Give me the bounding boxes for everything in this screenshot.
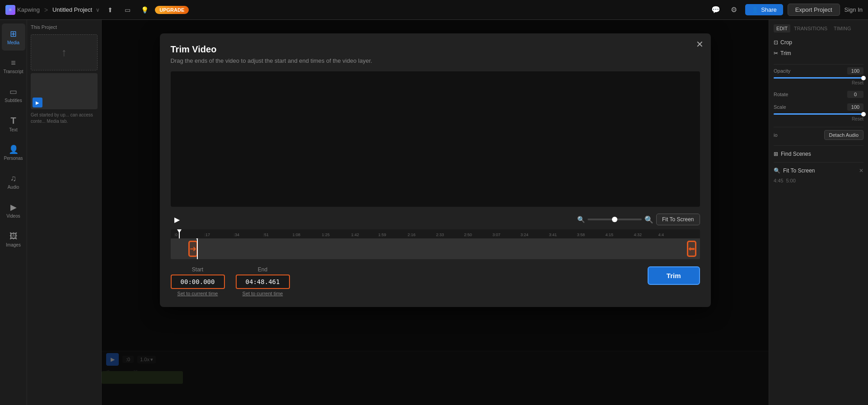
reset-label-opacity[interactable]: Reset (852, 80, 863, 85)
zoom-slider[interactable] (588, 219, 642, 220)
reset-label-scale[interactable]: Reset (852, 116, 863, 121)
start-label: Start (192, 266, 203, 273)
divider-3 (774, 145, 863, 146)
nav-separator: > (44, 6, 48, 14)
lightbulb-button[interactable]: 💡 (138, 3, 151, 17)
trim-left-arrow-icon: ➜ (190, 244, 196, 254)
trim-label: Trim (780, 50, 791, 56)
kapwing-logo-icon: ≡ (5, 5, 15, 15)
fit-to-screen-button[interactable]: Fit To Screen (656, 214, 700, 225)
find-scenes-icon: ⊞ (774, 151, 778, 157)
ruler-tick-17: :17 (205, 233, 210, 237)
signin-button[interactable]: Sign In (845, 6, 863, 13)
tab-timing[interactable]: TIMING (831, 24, 854, 33)
detach-audio-button[interactable]: Detach Audio (824, 130, 863, 140)
crop-icon: ⊡ (774, 39, 778, 46)
fit-to-screen-side-label[interactable]: Fit To Screen (783, 168, 815, 174)
project-arrow-icon: ∨ (96, 7, 100, 13)
app-logo[interactable]: ≡ Kapwing (5, 5, 40, 15)
trim-button[interactable]: ✂ Trim (774, 48, 863, 59)
opacity-section: Opacity 100 Reset (774, 67, 863, 85)
sidebar-item-personas[interactable]: 👤 Personas (2, 139, 25, 166)
fit-search-row: 🔍 Fit To Screen (774, 168, 815, 174)
rotate-section: Rotate 0 (774, 91, 863, 98)
opacity-value[interactable]: 100 (847, 67, 863, 74)
media-thumbnail[interactable]: ▶ (31, 73, 98, 109)
tab-edit[interactable]: EDIT (774, 24, 790, 33)
crop-section: ⊡ Crop ✂ Trim (774, 37, 863, 59)
trim-confirm-button[interactable]: Trim (648, 266, 700, 285)
ruler-tick-432: 4:32 (634, 233, 642, 237)
zoom-out-icon[interactable]: 🔍 (577, 216, 585, 223)
text-icon: T (10, 116, 16, 126)
ruler-tick-0: :0 (174, 233, 178, 237)
sidebar: ⊞ Media ≡ Transcript ▭ Subtitles T Text … (0, 20, 27, 405)
share-label: Share (761, 6, 777, 13)
audio-section: io Detach Audio (774, 130, 863, 140)
videos-icon: ▶ (10, 202, 17, 212)
start-time-input[interactable] (171, 275, 225, 289)
fit-time-end: 5:00 (786, 178, 795, 183)
sidebar-item-videos[interactable]: ▶ Videos (2, 197, 25, 224)
app-name: Kapwing (17, 6, 40, 13)
modal-play-button[interactable]: ▶ (171, 213, 183, 226)
find-scenes-button[interactable]: ⊞ Find Scenes (774, 149, 863, 159)
subtitles-icon: ▭ (9, 87, 17, 97)
sidebar-item-images[interactable]: 🖼 Images (2, 226, 25, 253)
media-icon: ⊞ (10, 29, 17, 39)
export-button[interactable]: Export Project (788, 4, 840, 16)
scale-slider[interactable] (774, 113, 863, 115)
ruler-tick-159: 1:59 (378, 233, 387, 237)
ruler-tick-341: 3:41 (549, 233, 557, 237)
tab-transitions[interactable]: TRANSITIONS (791, 24, 830, 33)
opacity-slider[interactable] (774, 77, 863, 79)
settings-button[interactable]: ⚙ (727, 3, 741, 17)
trim-filled-area (171, 238, 700, 259)
sidebar-item-text[interactable]: T Text (2, 110, 25, 137)
sidebar-label-personas: Personas (4, 156, 23, 161)
share-button[interactable]: 👤 Share (745, 4, 783, 15)
end-time-input[interactable] (236, 275, 290, 289)
video-preview (171, 71, 700, 207)
transcript-icon: ≡ (11, 58, 16, 68)
fit-close-button[interactable]: ✕ (859, 168, 863, 174)
upload-icon: ↑ (61, 46, 67, 59)
ruler-tick-250: 2:50 (464, 233, 472, 237)
divider-4 (774, 162, 863, 163)
trim-icon: ✂ (774, 50, 778, 56)
sidebar-item-media[interactable]: ⊞ Media (2, 23, 25, 51)
sidebar-label-videos: Videos (6, 214, 20, 219)
sidebar-label-subtitles: Subtitles (5, 98, 22, 103)
sidebar-item-subtitles[interactable]: ▭ Subtitles (2, 81, 25, 108)
project-name[interactable]: Untitled Project (52, 6, 92, 13)
crop-button[interactable]: ⊡ Crop (774, 37, 863, 48)
set-start-time-link[interactable]: Set to current time (177, 291, 218, 296)
trim-handle-right[interactable]: ⬅ (687, 238, 696, 259)
upgrade-button[interactable]: UPGRADE (155, 6, 189, 14)
trim-handle-left[interactable]: ➜ (189, 238, 198, 259)
media-panel: This Project ↑ ▶ Get started by up... ca… (27, 20, 102, 405)
sidebar-label-audio: Audio (8, 185, 19, 190)
media-panel-title: This Project (31, 23, 98, 31)
modal-title: Trim Video (171, 44, 700, 55)
modal-close-button[interactable]: ✕ (696, 40, 704, 49)
comment-button[interactable]: 💬 (709, 3, 723, 17)
scale-value[interactable]: 100 (847, 103, 863, 111)
rotate-value[interactable]: 0 (847, 91, 863, 98)
zoom-in-icon[interactable]: 🔍 (644, 215, 653, 224)
sidebar-item-transcript[interactable]: ≡ Transcript (2, 52, 25, 79)
sidebar-item-audio[interactable]: ♫ Audio (2, 168, 25, 195)
reset-row-scale: Reset (774, 116, 863, 121)
modal-bottom: Start Set to current time End Set to cur… (171, 266, 700, 296)
set-end-time-link[interactable]: Set to current time (243, 291, 283, 296)
upload-button[interactable]: ⬆ (103, 3, 117, 17)
start-time-group: Start Set to current time (171, 266, 225, 296)
fit-time-start: 4:45 (774, 178, 783, 183)
share-icon: 👤 (751, 6, 759, 13)
scale-section: Scale 100 Reset (774, 103, 863, 121)
upload-area[interactable]: ↑ (31, 34, 98, 70)
opacity-slider-fill (774, 77, 863, 79)
trim-right-arrow-icon: ⬅ (688, 244, 695, 254)
monitor-button[interactable]: ▭ (121, 3, 134, 17)
sidebar-label-transcript: Transcript (3, 69, 23, 74)
